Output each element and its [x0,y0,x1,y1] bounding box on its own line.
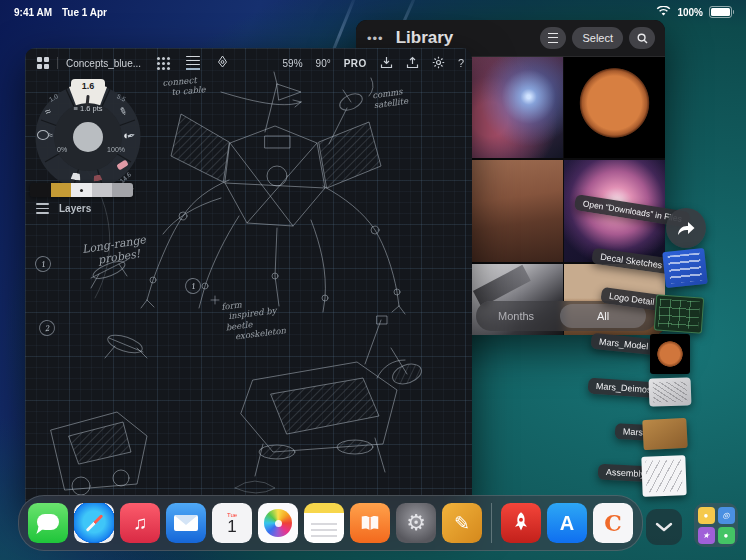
dock-icon-notes[interactable] [304,503,344,543]
window-menu-button[interactable]: ••• [367,31,384,46]
note-lines-icon [311,523,337,525]
layers-label: Layers [59,203,91,214]
document-title[interactable]: Concepts_blue... [66,58,141,69]
swatch-lightgray[interactable] [92,183,113,197]
share-button[interactable] [666,208,706,248]
search-button[interactable] [629,27,655,49]
status-date: Tue 1 Apr [62,7,107,18]
photo-thumbnail-mars-landscape[interactable] [462,160,563,262]
filter-button[interactable] [540,27,566,49]
swatch-gold[interactable] [51,183,72,197]
status-time: 9:41 AM [14,7,52,18]
pencil-icon: ✎ [454,512,470,535]
opacity-min: 0% [57,146,67,153]
envelope-icon [174,515,198,531]
photo-thumbnail-horsehead-nebula[interactable] [462,56,563,158]
dock-icon-app-store[interactable]: A [547,503,587,543]
swatch-white-selected[interactable] [71,183,92,197]
active-size-tab: 1.6 [71,79,105,93]
dock-icon-messages[interactable] [28,503,68,543]
photo-thumbnail-mars-globe[interactable] [564,56,665,158]
battery-icon [709,6,732,18]
drag-item-label[interactable]: Mars_Model [590,333,657,356]
chevron-down-icon [655,522,673,532]
concepts-window: connect to cable comms satellite V.2 Lon… [25,48,472,512]
dock-icon-safari[interactable] [74,503,114,543]
dock-icon-books[interactable] [350,503,390,543]
share-arrow-icon [676,219,696,237]
drag-item-thumb-deimos[interactable] [649,377,692,406]
dock-icon-sketch-pen[interactable]: ✎ [442,503,482,543]
app-library-blue-icon: ◎ [718,507,735,524]
app-library-yellow-icon: ● [698,507,715,524]
hamburger-icon [36,203,49,213]
lines-view-icon[interactable] [186,56,200,71]
tool-wheel[interactable]: 1.6 ≡ 1.6 pts ≈ ◐ 0% 100% 1.0 5.5 6.9 14… [33,82,143,192]
app-library-purple-icon: ★ [698,527,715,544]
segment-months[interactable]: Months [498,310,534,322]
drag-item-thumb-decal[interactable] [662,248,708,288]
status-bar: 9:41 AM Tue 1 Apr 100% [0,0,746,24]
shelf-collapse-button[interactable] [646,509,682,545]
appstore-a-icon: A [560,512,574,535]
message-bubble-icon [37,514,59,530]
dock-icon-settings[interactable]: ⚙ [396,503,436,543]
swatch-black[interactable] [30,183,51,197]
list-lines-icon [548,33,558,43]
concepts-toolbar: Concepts_blue... [25,48,472,78]
opacity-icon: ◐ [123,129,130,141]
opacity-max: 100% [107,146,125,153]
stroke-width-value: ≡ 1.6 pts [33,104,143,113]
compass-needle-icon [85,514,103,532]
magnifier-icon [637,33,648,44]
ipad-screen: 9:41 AM Tue 1 Apr 100% Months All ••• Li… [0,0,746,560]
rocket-icon [508,510,534,536]
app-library-green-icon: ● [718,527,735,544]
dock-divider [491,503,492,543]
battery-percent: 100% [677,7,703,18]
concepts-c-icon: C [604,510,622,536]
dock-icon-mail[interactable] [166,503,206,543]
smoothing-icon: ≈ [48,130,53,140]
dock-icon-app-library[interactable]: ● ◎ ★ ● [694,503,738,547]
open-book-icon [355,508,385,538]
drag-item-thumb-mars-model[interactable] [650,334,690,374]
photos-window-title: Library [396,28,454,48]
drag-item-thumb-mars-map[interactable] [642,418,688,450]
select-button[interactable]: Select [572,27,623,49]
app-grid-icon[interactable] [37,57,49,69]
wifi-icon [656,6,671,19]
dock-icon-calendar[interactable]: Tue 1 [212,503,252,543]
dock-icon-music[interactable]: ♫ [120,503,160,543]
music-note-icon: ♫ [133,512,147,534]
dot-grid-icon[interactable] [157,57,170,70]
gear-icon: ⚙ [406,510,426,536]
segment-all-selected[interactable]: All [560,304,646,328]
drag-item-thumb-logo[interactable] [654,294,704,333]
swatch-gray[interactable] [112,183,133,197]
calendar-day: 1 [227,518,236,535]
pen-nib-icon[interactable] [216,54,229,72]
color-swatch-bar [30,183,133,197]
dock-icon-photos[interactable] [258,503,298,543]
dock: ♫ Tue 1 ⚙ ✎ A C [18,495,643,551]
dock-icon-rocket[interactable] [501,503,541,543]
annotation-beetle: form inspired by beetle exoskeleton [221,294,287,343]
drag-item-thumb-assembly[interactable] [641,455,686,497]
dock-icon-concepts[interactable]: C [593,503,633,543]
photos-flower-icon [264,509,292,537]
layers-panel-header[interactable]: Layers [36,203,91,214]
